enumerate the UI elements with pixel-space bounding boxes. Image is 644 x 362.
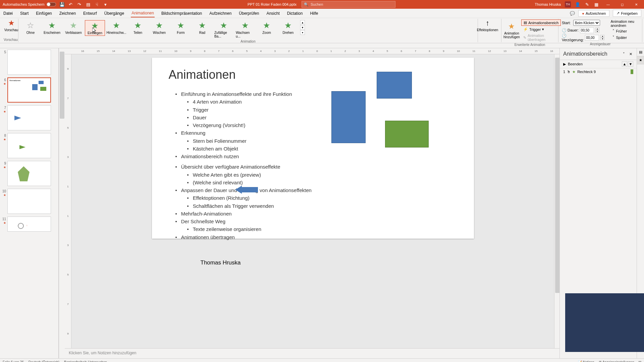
shape-arrow-body[interactable] <box>242 187 258 192</box>
menu-datei[interactable]: Datei <box>3 10 13 17</box>
thumb-6-star-icon: ★ <box>3 82 6 85</box>
animation-painter-button[interactable]: ✎ Animation übertragen <box>521 33 561 42</box>
dauer-input[interactable] <box>580 27 594 33</box>
anim-zoom[interactable]: ★Zoom <box>257 20 277 35</box>
group-erweiterte: Erweiterte Animation <box>503 42 556 47</box>
user-avatar[interactable]: TH <box>565 1 571 7</box>
pane-collapse-icon[interactable]: ˅ <box>621 51 627 57</box>
maximize-button[interactable]: ◻ <box>617 1 627 8</box>
pane-up-button[interactable]: ▲ <box>622 61 627 67</box>
anim-erscheinen[interactable]: ★Erscheinen <box>42 20 62 35</box>
thumb-10[interactable] <box>7 189 51 214</box>
slide-thumbnails: 5 6★Animationen 7★ 8★ 9★ 10★ 11★♡ <box>0 48 59 358</box>
present-icon[interactable]: ▤ <box>86 2 91 7</box>
gallery-up[interactable]: ▲ <box>300 20 305 25</box>
qat-more-icon[interactable]: ▾ <box>103 2 108 7</box>
notes-toggle[interactable]: 📝 Notizen <box>578 360 594 362</box>
thumb-6[interactable]: Animationen <box>7 77 51 103</box>
anim-rad[interactable]: ★Rad <box>192 20 212 35</box>
preview-button[interactable]: ★ Vorschau <box>4 19 19 32</box>
side-tab-2[interactable]: ★ <box>637 56 644 64</box>
thumb-scrollbar[interactable] <box>59 48 65 358</box>
pen-icon[interactable]: ✎ <box>584 2 590 7</box>
comments-icon[interactable]: 💬 <box>570 11 575 16</box>
slide-canvas[interactable]: Animationen Einführung in Animationseffe… <box>152 58 474 239</box>
thumb-7[interactable] <box>7 105 51 130</box>
display-settings[interactable]: 🖥 Anzeigeeinstellungen <box>598 360 634 362</box>
slide-author[interactable]: Thomas Hruska <box>201 259 457 266</box>
record-button[interactable]: ●Aufzeichnen <box>578 10 609 17</box>
anim-drehen[interactable]: ★Drehen <box>278 20 298 35</box>
share-button[interactable]: ↗ Freigeben <box>613 10 641 17</box>
gallery-more[interactable]: ▾ <box>300 30 305 35</box>
group-vorschau: Vorschau <box>4 37 16 42</box>
notes-pane[interactable]: Klicken Sie, um Notizen hinzuzufügen <box>65 348 559 358</box>
pane-down-button[interactable]: ▼ <box>628 61 633 67</box>
play-label[interactable]: Beenden <box>568 62 583 66</box>
pane-close-icon[interactable]: ✕ <box>628 51 633 57</box>
mic-icon[interactable]: 👤 <box>575 2 580 7</box>
anim-wischen[interactable]: ★Wischen <box>149 20 169 35</box>
search-box[interactable]: 🔍 <box>302 1 395 8</box>
grid-icon[interactable]: ▦ <box>594 2 599 7</box>
save-icon[interactable]: 💾 <box>59 2 65 7</box>
side-tab-1[interactable]: ▤ <box>637 48 644 56</box>
menu-zeichnen[interactable]: Zeichnen <box>59 10 76 17</box>
thumb-9-num: 9 <box>4 162 6 165</box>
anim-form[interactable]: ★Form <box>171 20 191 35</box>
menu-ubergange[interactable]: Übergänge <box>104 10 125 17</box>
trigger-button[interactable]: ⚡ Trigger ▾ <box>521 26 561 32</box>
anim-ohne[interactable]: ☆Ohne <box>20 20 41 35</box>
add-animation-button[interactable]: ★ Animation hinzufügen <box>503 19 520 42</box>
gallery-down[interactable]: ▼ <box>300 25 305 30</box>
touch-icon[interactable]: ☟ <box>94 2 100 7</box>
menu-bildschirm[interactable]: Bildschirmpräsentation <box>161 10 203 17</box>
menu-ansicht[interactable]: Ansicht <box>266 10 280 17</box>
start-select[interactable]: Beim Klicken <box>573 20 600 26</box>
menu-dictation[interactable]: Dictation <box>286 10 304 17</box>
view-normal-icon[interactable]: ▤ <box>638 360 641 362</box>
autosave-toggle[interactable] <box>47 2 56 6</box>
shape-blue-rect-2[interactable] <box>377 72 412 99</box>
anim-einfliegen[interactable]: ★Einfliegen <box>85 20 105 36</box>
verzog-up[interactable]: ▲ <box>600 35 604 38</box>
anim-teilen[interactable]: ★Teilen <box>128 20 148 35</box>
menu-entwurf[interactable]: Entwurf <box>83 10 98 17</box>
redo-icon[interactable]: ↷ <box>77 2 82 7</box>
move-earlier-button[interactable]: ˄ Früher <box>610 28 639 34</box>
menu-aufzeichnen[interactable]: Aufzeichnen <box>209 10 232 17</box>
play-icon[interactable]: ▶ <box>563 62 566 66</box>
anim-list-item-1[interactable]: 1 🖱 ★ Rechteck 9 <box>560 68 637 75</box>
thumb-8[interactable] <box>7 133 51 158</box>
undo-icon[interactable]: ↶ <box>68 2 73 7</box>
dauer-up[interactable]: ▲ <box>595 27 599 30</box>
verzog-input[interactable] <box>585 35 599 41</box>
accessibility-status[interactable]: Barrierefreiheit: Untersuchen <box>64 360 107 362</box>
close-button[interactable]: ✕ <box>631 1 641 8</box>
language-status[interactable]: Deutsch (Österreich) <box>29 360 59 362</box>
verzog-down[interactable]: ▼ <box>600 38 604 40</box>
shape-green-rect[interactable] <box>385 121 429 147</box>
menu-start[interactable]: Start <box>19 10 29 17</box>
dauer-down[interactable]: ▼ <box>595 30 599 33</box>
search-input[interactable] <box>311 2 393 6</box>
thumb-5[interactable] <box>7 50 51 75</box>
animation-pane-button[interactable]: ▤ Animationsbereich <box>521 19 561 26</box>
thumb-9[interactable] <box>7 161 51 186</box>
thumb-11[interactable]: ♡ <box>7 217 51 232</box>
menu-animationen[interactable]: Animationen <box>131 9 155 17</box>
menu-einfugen[interactable]: Einfügen <box>35 10 52 17</box>
anim-wachsen[interactable]: ★Wachsen u... <box>235 20 255 39</box>
menu-hilfe[interactable]: Hilfe <box>309 10 319 17</box>
effect-options-button[interactable]: ↑ Effektoptionen <box>480 19 495 32</box>
anim-zufallig[interactable]: ★Zufällige Ba... <box>214 20 234 39</box>
minimize-button[interactable]: — <box>603 1 613 8</box>
anim-verblassen[interactable]: ★Verblassen <box>63 20 84 35</box>
move-later-button[interactable]: ˅ Später <box>610 35 639 40</box>
shape-blue-rect-1[interactable] <box>331 91 366 143</box>
editor-scrollbar[interactable] <box>554 54 559 348</box>
shape-arrow-head[interactable] <box>235 186 242 194</box>
slide-title[interactable]: Animationen <box>169 68 457 82</box>
menu-uberprufen[interactable]: Überprüfen <box>238 10 260 17</box>
anim-hinein[interactable]: ★Hineinschw... <box>106 20 126 35</box>
